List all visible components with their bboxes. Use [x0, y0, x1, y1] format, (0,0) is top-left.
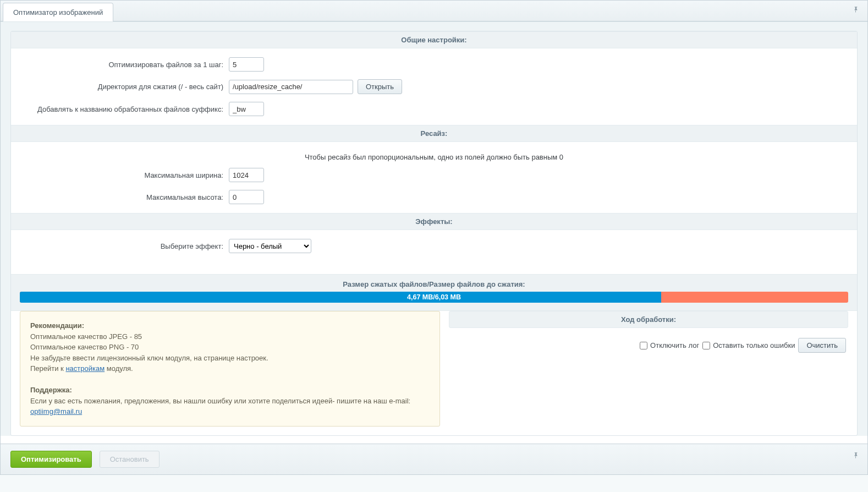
progress-block: Размер сжатых файлов/Размер файлов до сж…: [11, 274, 857, 311]
progress-title: Размер сжатых файлов/Размер файлов до сж…: [11, 280, 857, 292]
settings-link[interactable]: настройкам: [65, 364, 105, 373]
rec-title: Рекомендации:: [30, 321, 84, 330]
clear-log-button[interactable]: Очистить: [798, 338, 846, 353]
log-header: Ход обработки:: [449, 311, 848, 328]
input-suffix[interactable]: [229, 102, 264, 116]
input-max-width[interactable]: [229, 168, 264, 182]
row-max-height: Максимальная высота:: [20, 190, 848, 204]
recommendations-box: Рекомендации: Оптимальное качество JPEG …: [20, 311, 440, 427]
rec-png: Оптимальное качество PNG - 70: [30, 343, 139, 351]
checkbox-disable-log[interactable]: [640, 342, 647, 349]
checkbox-errors-only[interactable]: [702, 342, 710, 349]
section-title: Эффекты:: [415, 217, 452, 226]
disable-log-label: Отключить лог: [650, 341, 699, 349]
section-body-resize: Чтобы ресайз был пропорциональным, одно …: [11, 142, 857, 213]
row-effect: Выберите эффект: Черно - белый: [20, 239, 848, 253]
section-header-effects: Эффекты:: [11, 213, 857, 230]
support-line: Если у вас есть пожелания, предложения, …: [30, 397, 410, 405]
open-button[interactable]: Открыть: [358, 79, 402, 94]
tab-label: Оптимизатор изображений: [13, 8, 103, 17]
rec-license: Не забудьте ввести лицензионный ключ мод…: [30, 354, 268, 362]
input-directory[interactable]: [229, 80, 353, 94]
rec-goto-suffix: модуля.: [105, 364, 133, 373]
bottom-columns: Рекомендации: Оптимальное качество JPEG …: [11, 311, 857, 435]
section-title: Ресайз:: [421, 129, 448, 138]
checkbox-errors-only-wrap[interactable]: Оставить только ошибки: [702, 341, 795, 349]
input-max-height[interactable]: [229, 190, 264, 204]
app-frame: Оптимизатор изображений Общие настройки:…: [0, 0, 868, 475]
rec-jpeg: Оптимальное качество JPEG - 85: [30, 332, 142, 341]
optimize-button[interactable]: Оптимизировать: [10, 451, 92, 468]
main-panel: Общие настройки: Оптимизировать файлов з…: [10, 31, 858, 436]
resize-note: Чтобы ресайз был пропорциональным, одно …: [20, 151, 848, 168]
section-body-effects: Выберите эффект: Черно - белый: [11, 230, 857, 262]
errors-only-label: Оставить только ошибки: [713, 341, 795, 349]
progress-bar-text: 4,67 MB/6,03 MB: [20, 292, 848, 303]
row-suffix: Добавлять к названию обработанных файлов…: [20, 102, 848, 116]
pin-icon[interactable]: [852, 6, 860, 15]
label-files-per-step: Оптимизировать файлов за 1 шаг:: [20, 61, 229, 69]
log-title: Ход обработки:: [621, 315, 676, 324]
footer-pin-icon[interactable]: [852, 452, 860, 461]
rec-goto-prefix: Перейти к: [30, 364, 65, 373]
row-directory: Директория для сжатия (/ - весь сайт) От…: [20, 79, 848, 94]
footer-bar: Оптимизировать Остановить: [1, 444, 867, 474]
select-effect[interactable]: Черно - белый: [229, 239, 311, 253]
support-email-link[interactable]: optiimg@mail.ru: [30, 407, 82, 416]
row-files-per-step: Оптимизировать файлов за 1 шаг:: [20, 57, 848, 72]
tab-bar: Оптимизатор изображений: [1, 1, 867, 21]
label-max-height: Максимальная высота:: [20, 193, 229, 201]
label-effect: Выберите эффект:: [20, 242, 229, 250]
checkbox-disable-log-wrap[interactable]: Отключить лог: [640, 341, 699, 349]
stop-button: Остановить: [100, 451, 160, 468]
label-suffix: Добавлять к названию обработанных файлов…: [20, 105, 229, 113]
section-body-general: Оптимизировать файлов за 1 шаг: Директор…: [11, 48, 857, 125]
row-max-width: Максимальная ширина:: [20, 168, 848, 182]
progress-bar: 4,67 MB/6,03 MB: [20, 292, 848, 303]
log-controls: Отключить лог Оставить только ошибки Очи…: [449, 328, 848, 353]
section-header-general: Общие настройки:: [11, 31, 857, 48]
section-header-resize: Ресайз:: [11, 125, 857, 142]
log-column: Ход обработки: Отключить лог Оставить то…: [449, 311, 848, 427]
label-max-width: Максимальная ширина:: [20, 171, 229, 179]
section-title: Общие настройки:: [401, 36, 466, 44]
label-directory: Директория для сжатия (/ - весь сайт): [20, 83, 229, 91]
input-files-per-step[interactable]: [229, 57, 264, 72]
support-title: Поддержка:: [30, 386, 72, 394]
tab-optimizer[interactable]: Оптимизатор изображений: [3, 3, 113, 21]
content-outer: Общие настройки: Оптимизировать файлов з…: [1, 21, 867, 436]
